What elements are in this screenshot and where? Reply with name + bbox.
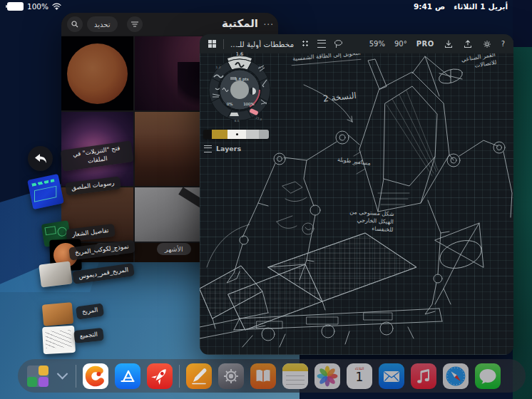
status-weekday: الثلاثاء <box>454 2 477 11</box>
filter-button[interactable] <box>127 16 143 32</box>
lasso-icon <box>334 39 343 48</box>
status-bar: 100% 9:41 ص الثلاثاء 1 أبريل <box>0 0 532 14</box>
photos-flower-icon <box>314 363 340 389</box>
status-day: 1 <box>480 2 485 11</box>
marker-size-label: 6.0 <box>235 119 240 123</box>
dots-3x3-icon <box>302 40 310 48</box>
appstore-icon <box>115 363 140 389</box>
marker-glyph <box>230 113 239 116</box>
dock-app-group[interactable] <box>27 366 48 387</box>
dock-app-photos[interactable] <box>314 363 340 389</box>
library-title: المكتبة <box>222 17 258 30</box>
status-meridiem: ص <box>435 2 445 11</box>
calendar-day: 1 <box>356 371 364 383</box>
filter-lines-icon <box>131 21 138 27</box>
swatch-black[interactable] <box>203 130 212 139</box>
drag-thumb-assembly[interactable] <box>42 326 76 354</box>
messages-bubble-icon <box>475 363 501 389</box>
music-note-icon <box>411 363 436 389</box>
concepts-app-icon <box>83 363 108 389</box>
rotation-angle[interactable]: 90° <box>394 40 407 48</box>
dock: الثلاثاء 1 <box>18 359 526 393</box>
swatch-gray[interactable] <box>259 130 269 139</box>
layers-button[interactable]: Layers <box>204 145 241 152</box>
import-button[interactable] <box>444 39 454 49</box>
wifi-icon <box>52 3 61 10</box>
settings-gears-icon <box>218 363 244 389</box>
export-icon <box>464 40 472 48</box>
search-button[interactable] <box>67 16 83 32</box>
swatch-white-selected[interactable] <box>227 130 246 139</box>
dock-app-music[interactable] <box>411 363 436 389</box>
battery-icon <box>7 2 24 11</box>
eraser-size-label: 15.9 <box>255 115 263 121</box>
left-size-label: 1.2 <box>215 66 220 69</box>
chevron-down-icon <box>56 368 68 380</box>
dock-app-appstore[interactable] <box>115 363 140 389</box>
precision-menu-button[interactable] <box>300 39 310 49</box>
zoom-level[interactable]: 59% <box>369 40 385 48</box>
notes-lines <box>286 375 305 377</box>
layers-label: Layers <box>216 145 241 152</box>
gear-icon <box>483 40 491 48</box>
dock-app-settings[interactable] <box>218 363 244 389</box>
dock-divider <box>179 365 180 388</box>
more-button[interactable]: ··· <box>264 20 274 30</box>
concepts-window: التحويل إلى الطاقة الشمسية القمر الصناعي… <box>200 34 513 355</box>
import-icon <box>444 40 453 48</box>
annotation-beetle: شكل مستوحى من الهيكل الخارجي للخنفساء <box>336 208 394 234</box>
dock-app-calendar[interactable]: الثلاثاء 1 <box>347 363 372 389</box>
mini-app-green <box>27 377 37 387</box>
dock-app-books[interactable] <box>250 363 276 389</box>
dock-app-messages[interactable] <box>475 363 501 389</box>
mini-app-camera <box>27 366 37 375</box>
dock-app-rocket[interactable] <box>147 363 173 389</box>
mini-app-lightbulb <box>39 366 48 375</box>
dock-app-mail[interactable] <box>379 363 404 389</box>
rocket-icon <box>147 363 173 389</box>
opacity-max-label: 100% <box>243 102 255 106</box>
color-palette[interactable] <box>203 130 269 139</box>
drag-back-button[interactable] <box>28 146 53 171</box>
dock-app-drawing[interactable] <box>186 363 212 389</box>
dock-app-notes[interactable] <box>282 363 308 389</box>
dock-app-concepts[interactable] <box>83 363 108 389</box>
reply-arrow-icon <box>34 153 47 165</box>
swatch-gray-light[interactable] <box>246 130 259 139</box>
mini-app-star <box>39 377 48 387</box>
tool-wheel[interactable]: 1.6 1.2 3.5 6.0 15.9 1.6 pts <box>205 44 274 131</box>
lasso-tool-button[interactable] <box>333 39 343 49</box>
settings-gear-button[interactable] <box>482 39 492 49</box>
layers-icon <box>204 145 212 152</box>
help-button[interactable]: ? <box>501 40 505 48</box>
export-button[interactable] <box>463 39 473 49</box>
select-button[interactable]: تحديد <box>87 16 118 32</box>
dock-app-safari[interactable] <box>443 363 469 389</box>
drag-thumb-mars[interactable] <box>42 302 73 326</box>
drag-thumb-poster[interactable] <box>27 174 64 209</box>
notes-header-strip <box>282 363 308 371</box>
wheel-center-knob <box>230 81 249 99</box>
dock-divider <box>76 365 76 388</box>
photo-mars-planet[interactable] <box>61 36 133 110</box>
tab-months[interactable]: الأشهر <box>157 243 191 255</box>
status-time: 9:41 <box>414 2 432 11</box>
settings-menu-button[interactable] <box>317 39 327 49</box>
library-header: المكتبة ··· تحديد <box>61 13 278 36</box>
swatch-gold[interactable] <box>212 130 227 139</box>
drag-thumb-deimos[interactable] <box>39 261 73 287</box>
status-month: أبريل <box>488 2 508 11</box>
dock-collapse-button[interactable] <box>55 363 69 389</box>
mail-envelope-icon <box>379 363 404 389</box>
pen-icon <box>186 363 212 389</box>
search-icon <box>71 21 78 28</box>
pro-button[interactable]: PRO <box>416 40 434 48</box>
menu-lines-icon <box>317 40 326 48</box>
battery-percent: 100% <box>27 2 48 11</box>
active-size-label: 1.6 <box>236 51 243 57</box>
safari-compass-icon <box>443 363 469 389</box>
books-icon <box>250 363 276 389</box>
opacity-min-label: 0% <box>227 102 233 106</box>
